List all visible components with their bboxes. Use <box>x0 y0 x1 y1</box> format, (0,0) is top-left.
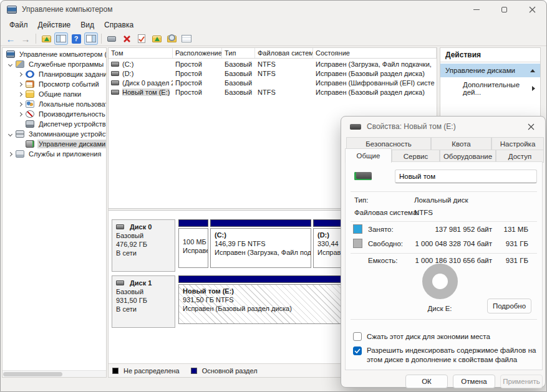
toolbar-separator <box>36 34 36 44</box>
maximize-button[interactable] <box>490 1 518 18</box>
filesystem-value: NTFS <box>414 209 433 216</box>
partition-color-band <box>210 219 311 227</box>
compress-checkbox[interactable] <box>353 332 362 341</box>
tab-quota[interactable]: Квота <box>431 137 491 150</box>
tree-item-device-manager[interactable]: Диспетчер устройств <box>4 119 106 129</box>
tree-item-task-scheduler[interactable]: Планировщик заданий <box>4 69 106 79</box>
chevron-right-icon[interactable] <box>18 82 22 86</box>
chevron-right-icon[interactable] <box>18 92 22 96</box>
partition-efi[interactable]: 100 МБ Исправен <box>178 219 208 268</box>
volume-row-d[interactable]: (D:) Простой Базовый NTFS Исправен (Базо… <box>109 69 437 78</box>
compress-checkbox-label: Сжать этот диск для экономии места <box>367 332 490 342</box>
tab-sharing[interactable]: Доступ <box>496 150 544 163</box>
details-button[interactable]: Подробно <box>487 299 531 313</box>
device-manager-icon <box>26 120 34 128</box>
close-icon <box>529 6 536 13</box>
show-console-tree-button[interactable] <box>54 32 68 45</box>
menu-file[interactable]: Файл <box>4 19 33 31</box>
rescan-disks-button[interactable] <box>105 32 119 45</box>
tab-tools[interactable]: Сервис <box>392 150 440 163</box>
chevron-right-icon[interactable] <box>18 112 22 116</box>
column-header-layout[interactable]: Расположение <box>173 48 222 58</box>
volume-row-e[interactable]: Новый том (E:) Простой Базовый NTFS Испр… <box>109 87 437 97</box>
divider <box>351 253 537 254</box>
drive-label: Диск E: <box>409 305 471 312</box>
services-icon <box>16 150 24 158</box>
performance-icon <box>26 110 34 118</box>
check-icon <box>354 347 361 355</box>
actions-item-more-actions[interactable]: Дополнительные дей... <box>440 77 540 100</box>
minimize-button[interactable] <box>462 1 490 18</box>
tab-hardware[interactable]: Оборудование <box>440 150 496 163</box>
index-checkbox[interactable] <box>353 347 362 355</box>
chevron-right-icon[interactable] <box>18 72 22 76</box>
apply-button[interactable]: Применить <box>500 375 543 388</box>
tree-item-disk-management[interactable]: Управление дисками <box>4 139 106 149</box>
task-scheduler-icon <box>26 70 34 78</box>
volume-row-efi[interactable]: (Диск 0 раздел 2) Простой Базовый Исправ… <box>109 78 437 87</box>
close-button[interactable] <box>518 1 546 18</box>
help-button[interactable]: ? <box>69 32 83 45</box>
check-document-button[interactable] <box>135 32 148 45</box>
tree-item-services[interactable]: Службы и приложения <box>4 149 106 159</box>
ok-button[interactable]: ОК <box>405 375 448 388</box>
menu-bar: Файл Действие Вид Справка <box>1 18 546 32</box>
tree-item-event-viewer[interactable]: Просмотр событий <box>4 79 106 89</box>
tree-item-computer-management[interactable]: Управление компьютером (л <box>4 49 106 59</box>
tab-general[interactable]: Общие <box>345 148 392 163</box>
column-header-status[interactable]: Состояние <box>313 48 437 58</box>
tab-customize[interactable]: Настройка <box>491 137 544 150</box>
divider <box>351 221 537 222</box>
tree-item-storage[interactable]: Запоминающие устройст <box>4 129 106 139</box>
export-list-button[interactable] <box>39 32 53 45</box>
cancel-button[interactable]: Отмена <box>453 375 495 388</box>
tree-horizontal-scrollbar[interactable] <box>2 370 106 377</box>
dialog-title: Свойства: Новый том (E:) <box>367 122 456 131</box>
volume-label-input[interactable] <box>395 170 537 183</box>
scrollbar-thumb[interactable] <box>3 372 62 376</box>
tree-item-system-tools[interactable]: Служебные программы <box>4 59 106 69</box>
rescan-disks-icon <box>107 36 116 42</box>
back-button[interactable]: ← <box>4 32 17 45</box>
dialog-close-button[interactable] <box>523 120 539 133</box>
capacity-label: Емкость: <box>368 257 397 264</box>
menu-help[interactable]: Справка <box>99 19 138 31</box>
used-label: Занято: <box>368 226 394 233</box>
disk-0-label[interactable]: Диск 0 Базовый 476,92 ГБ В сети <box>112 219 175 272</box>
column-header-filesystem[interactable]: Файловая система <box>255 48 313 58</box>
console-tree-icon <box>56 35 66 42</box>
chevron-right-icon[interactable] <box>18 102 22 106</box>
explore-button[interactable] <box>165 32 178 45</box>
console-tree-pane: Управление компьютером (л Служебные прог… <box>2 47 107 378</box>
disk-1-label[interactable]: Диск 1 Базовый 931,50 ГБ В сети <box>112 275 175 328</box>
column-header-volume[interactable]: Том <box>109 48 173 58</box>
forward-button[interactable]: → <box>19 32 32 45</box>
column-header-type[interactable]: Тип <box>222 48 255 58</box>
tree-item-local-users[interactable]: Локальные пользовате <box>4 99 106 109</box>
properties-dialog: Свойства: Новый том (E:) Безопасность Кв… <box>341 116 546 388</box>
type-label: Тип: <box>354 196 368 204</box>
volume-row-c[interactable]: (C:) Простой Базовый NTFS Исправен (Загр… <box>109 59 437 69</box>
volume-icon <box>111 71 119 76</box>
show-action-pane-button[interactable] <box>84 32 98 45</box>
close-icon <box>528 123 535 130</box>
delete-volume-button[interactable] <box>120 32 133 45</box>
chevron-right-icon[interactable] <box>8 151 12 156</box>
app-icon <box>7 6 17 14</box>
delete-icon <box>123 35 131 43</box>
menu-action[interactable]: Действие <box>33 19 76 31</box>
actions-group-disk-management[interactable]: Управление дисками <box>440 64 540 77</box>
divider <box>351 191 537 192</box>
properties-button[interactable] <box>180 32 193 45</box>
chevron-down-icon[interactable] <box>8 62 12 66</box>
free-size: 931 ГБ <box>506 240 528 247</box>
used-size: 131 МБ <box>503 226 528 233</box>
tree-item-shared-folders[interactable]: Общие папки <box>4 89 106 99</box>
chevron-down-icon[interactable] <box>8 131 12 136</box>
open-folder-button[interactable] <box>150 32 163 45</box>
divider <box>351 319 537 320</box>
menu-view[interactable]: Вид <box>75 19 99 31</box>
free-label: Свободно: <box>368 240 403 247</box>
tree-item-performance[interactable]: Производительность <box>4 109 106 119</box>
partition-c[interactable]: (C:) 146,39 ГБ NTFS Исправен (Загрузка, … <box>210 219 311 268</box>
